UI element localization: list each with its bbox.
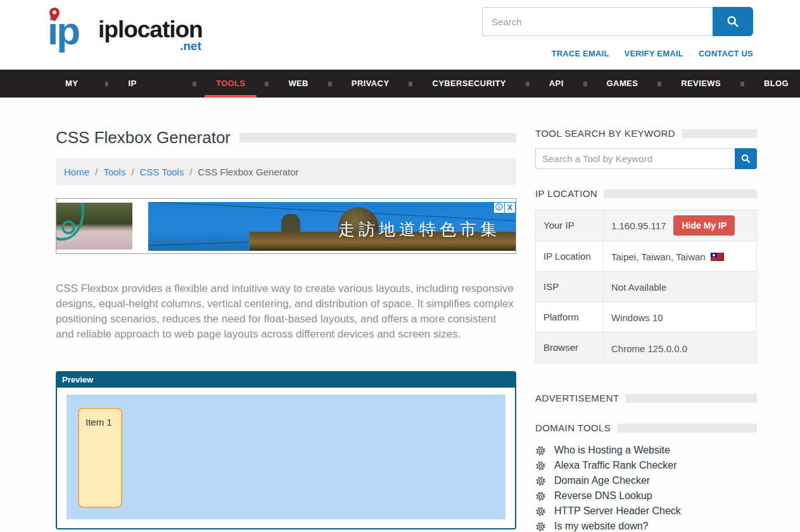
nav-item-ip-tracker[interactable]: IP TRACKER	[117, 70, 184, 98]
logo-ip-mark: ip	[48, 6, 97, 56]
breadcrumb-tools[interactable]: Tools	[103, 167, 125, 177]
site-logo[interactable]: ip iplocation .net	[48, 6, 203, 70]
intro-paragraph: CSS Flexbox provides a flexible and intu…	[56, 281, 516, 342]
domain-tools-list: Who is Hosting a Website Alexa Traffic R…	[535, 445, 757, 532]
nav-item-web[interactable]: WEB	[277, 70, 320, 98]
browser-value: Chrome 125.0.0.0	[611, 343, 687, 354]
table-row: ISP Not Available	[536, 272, 756, 302]
nav-item-tools[interactable]: TOOLS	[205, 70, 257, 98]
site-header: ip iplocation .net TRACE EMAIL VERIFY EM…	[0, 0, 800, 70]
ip-location-heading: IP LOCATION	[535, 188, 757, 199]
domain-tool-alexa-rank[interactable]: Alexa Traffic Rank Checker	[535, 460, 757, 471]
taiwan-flag-icon	[711, 253, 724, 261]
nav-separator	[740, 82, 744, 86]
hide-my-ip-button[interactable]: Hide My IP	[673, 215, 735, 236]
row-label: Your IP	[536, 210, 604, 241]
row-value: 1.160.95.117 Hide My IP	[604, 210, 756, 241]
nav-item-games[interactable]: GAMES	[595, 70, 650, 98]
nav-separator	[193, 82, 196, 86]
logo-tld: .net	[180, 39, 201, 53]
advertisement-heading: ADVERTISEMENT	[535, 393, 757, 403]
domain-tool-label: Who is Hosting a Website	[554, 445, 670, 456]
search-icon	[740, 153, 751, 164]
table-row: IP Location Taipei, Taiwan, Taiwan	[536, 241, 756, 272]
breadcrumb-separator: /	[95, 167, 98, 177]
ip-location-table: Your IP 1.160.95.117 Hide My IP IP Locat…	[535, 210, 757, 364]
gear-icon	[535, 460, 546, 471]
domain-tool-label: Is my website down?	[554, 521, 649, 532]
logo-wordmark: iplocation .net	[98, 16, 203, 43]
table-row: Your IP 1.160.95.117 Hide My IP	[536, 210, 756, 241]
ip-location-heading-label: IP LOCATION	[535, 188, 597, 199]
isp-value: Not Available	[611, 282, 666, 293]
site-search	[482, 7, 753, 36]
nav-separator	[526, 82, 530, 86]
page-title: CSS Flexbox Generator	[56, 128, 231, 148]
gear-icon	[535, 491, 546, 502]
trace-email-link[interactable]: TRACE EMAIL	[552, 49, 609, 58]
title-decorative-bar	[239, 133, 516, 142]
domain-tool-label: HTTP Server Header Check	[554, 505, 681, 517]
table-row: Platform Windows 10	[536, 302, 756, 332]
nav-item-reviews[interactable]: REVIEWS	[670, 70, 732, 98]
site-search-input[interactable]	[482, 7, 713, 36]
ad-building-image: 走訪地道特色市集 ⓘ X	[148, 202, 516, 251]
breadcrumb-current: CSS Flexbox Generator	[198, 167, 298, 177]
row-value: Taipei, Taiwan, Taiwan	[604, 241, 756, 271]
header-links: TRACE EMAIL VERIFY EMAIL CONTACT US	[482, 49, 753, 58]
breadcrumb-separator: /	[131, 167, 134, 177]
domain-tool-label: Domain Age Checker	[554, 475, 650, 486]
ad-landscape-image	[56, 203, 132, 250]
breadcrumb: Home / Tools / CSS Tools / CSS Flexbox G…	[56, 158, 516, 185]
header-right: TRACE EMAIL VERIFY EMAIL CONTACT US	[482, 7, 753, 70]
tool-search-heading: TOOL SEARCH BY KEYWORD	[535, 128, 757, 139]
row-label: Platform	[536, 302, 604, 332]
heading-decorative-bar	[617, 424, 757, 433]
tool-search-heading-label: TOOL SEARCH BY KEYWORD	[535, 128, 675, 139]
verify-email-link[interactable]: VERIFY EMAIL	[625, 49, 683, 58]
contact-us-link[interactable]: CONTACT US	[699, 49, 753, 58]
ad-close-icon[interactable]: X	[505, 203, 515, 213]
domain-tool-http-header[interactable]: HTTP Server Header Check	[535, 505, 757, 517]
gear-icon	[535, 521, 546, 532]
ad-banner[interactable]: 走訪地道特色市集 ⓘ X	[56, 198, 516, 254]
nav-separator	[657, 82, 661, 86]
heading-decorative-bar	[625, 394, 757, 403]
domain-tool-website-down[interactable]: Is my website down?	[535, 521, 757, 532]
platform-value: Windows 10	[611, 312, 663, 323]
your-ip-value: 1.160.95.117	[611, 220, 666, 231]
sidebar: TOOL SEARCH BY KEYWORD IP LOCATION Your …	[535, 128, 757, 532]
breadcrumb-home[interactable]: Home	[64, 167, 89, 177]
site-search-button[interactable]	[713, 7, 753, 36]
nav-item-cybersecurity[interactable]: CYBERSECURITY	[421, 70, 517, 98]
row-label: ISP	[536, 272, 604, 301]
tool-search-input[interactable]	[535, 148, 735, 169]
preview-panel: Preview Item 1	[56, 371, 516, 529]
nav-item-my-ip[interactable]: MY IP	[54, 70, 97, 98]
domain-tools-heading: DOMAIN TOOLS	[535, 422, 757, 433]
domain-tool-domain-age[interactable]: Domain Age Checker	[535, 475, 757, 486]
main-column: CSS Flexbox Generator Home / Tools / CSS…	[56, 128, 516, 532]
ip-location-value: Taipei, Taiwan, Taiwan	[611, 251, 706, 262]
logo-name: iplocation	[98, 16, 203, 42]
domain-tool-reverse-dns[interactable]: Reverse DNS Lookup	[535, 490, 757, 502]
row-value: Not Available	[604, 272, 756, 301]
breadcrumb-css-tools[interactable]: CSS Tools	[139, 167, 184, 177]
domain-tool-who-is-hosting[interactable]: Who is Hosting a Website	[535, 445, 757, 456]
gear-icon	[535, 506, 546, 517]
domain-tool-label: Alexa Traffic Rank Checker	[554, 460, 677, 471]
ad-info-icon[interactable]: ⓘ	[494, 203, 504, 213]
content: CSS Flexbox Generator Home / Tools / CSS…	[0, 98, 800, 532]
tool-search	[535, 148, 757, 169]
nav-item-privacy[interactable]: PRIVACY	[340, 70, 401, 98]
ad-headline: 走訪地道特色市集	[338, 218, 500, 241]
table-row: Browser Chrome 125.0.0.0	[536, 332, 756, 363]
tool-search-button[interactable]	[735, 148, 757, 169]
nav-separator	[328, 82, 332, 86]
nav-item-blog[interactable]: BLOG	[752, 70, 800, 98]
search-icon	[726, 15, 740, 28]
nav-item-api[interactable]: API	[538, 70, 575, 98]
preview-panel-header: Preview	[57, 372, 515, 388]
flexbox-preview-container: Item 1	[67, 395, 505, 519]
heading-decorative-bar	[682, 129, 757, 138]
